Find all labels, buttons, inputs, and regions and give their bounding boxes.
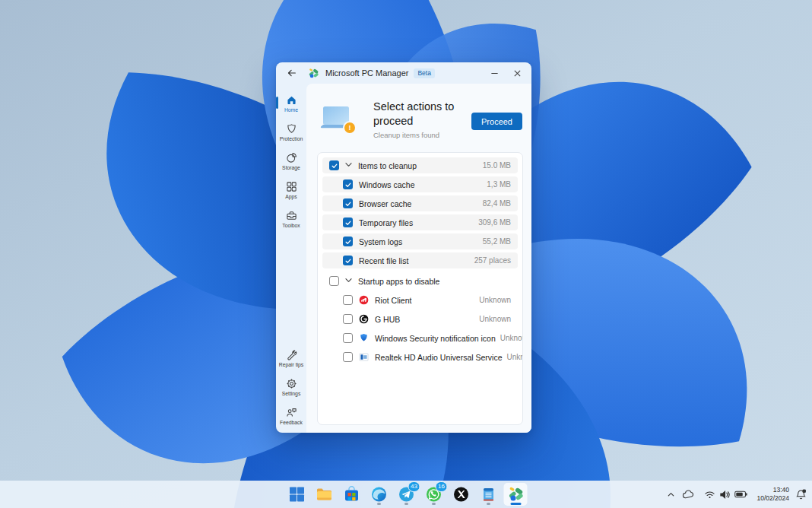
- checkbox[interactable]: [343, 217, 353, 227]
- sidebar-item-apps[interactable]: Apps: [276, 179, 306, 201]
- row-label: Windows cache: [359, 180, 415, 189]
- sidebar-item-toolbox[interactable]: Toolbox: [276, 208, 306, 230]
- row-label: Recent file list: [359, 256, 408, 265]
- onedrive-cloud-icon[interactable]: [682, 490, 695, 500]
- microsoft-store-icon: [343, 486, 360, 503]
- battery-icon: [734, 491, 747, 498]
- item-row-recent-file-list[interactable]: Recent file list 257 places: [322, 252, 518, 268]
- sidebar-item-label: Apps: [285, 194, 297, 199]
- edge-icon: [370, 486, 387, 503]
- taskbar-start-button[interactable]: [285, 483, 309, 506]
- taskbar-notepad-button[interactable]: [477, 483, 500, 506]
- start-icon: [288, 486, 305, 503]
- chevron-down-icon[interactable]: [345, 162, 352, 169]
- row-value: Unknown: [474, 296, 511, 304]
- taskbar-x-app-button[interactable]: [449, 483, 473, 506]
- sidebar-item-feedback[interactable]: Feedback: [276, 405, 306, 427]
- checkbox[interactable]: [343, 333, 353, 343]
- checkbox[interactable]: [343, 237, 353, 246]
- sidebar-item-label: Storage: [282, 165, 300, 170]
- group-row-items-to-cleanup[interactable]: Items to cleanup 15.0 MB: [322, 157, 518, 173]
- row-label: System logs: [359, 237, 402, 246]
- row-value: 257 places: [470, 256, 511, 265]
- sidebar-item-label: Feedback: [280, 420, 303, 425]
- taskbar-pc-manager-button[interactable]: [504, 483, 528, 506]
- tray-chevron-up-icon[interactable]: [666, 490, 676, 500]
- volume-icon: [719, 490, 731, 500]
- laptop-status-icon: !: [319, 105, 354, 134]
- window-title: Microsoft PC Manager: [325, 68, 408, 78]
- item-row-windows-security-notification-icon[interactable]: Windows Security notification icon Unkno…: [322, 330, 518, 346]
- running-indicator: [377, 503, 381, 505]
- chevron-down-icon[interactable]: [345, 278, 352, 284]
- group-row-startup-apps-to-disable[interactable]: Startup apps to disable: [322, 273, 518, 289]
- row-value: 309,6 MB: [474, 218, 511, 227]
- item-row-temporary-files[interactable]: Temporary files 309,6 MB: [322, 214, 518, 230]
- checkbox[interactable]: [343, 198, 353, 208]
- sidebar-item-protection[interactable]: Protection: [276, 122, 306, 143]
- sidebar-item-home[interactable]: Home: [276, 93, 306, 114]
- sidebar-item-label: Settings: [282, 391, 301, 396]
- notification-bell-icon[interactable]: 2: [795, 489, 807, 500]
- sidebar-item-settings[interactable]: Settings: [276, 376, 306, 398]
- checkbox[interactable]: [343, 352, 353, 362]
- checkbox[interactable]: [343, 295, 353, 305]
- checkbox[interactable]: [343, 179, 353, 189]
- close-button[interactable]: [509, 65, 525, 81]
- pc-manager-icon: [507, 486, 524, 503]
- ghub-app-icon: [359, 314, 369, 324]
- svg-text:2: 2: [804, 489, 805, 492]
- item-row-realtek-hd-audio-universal-service[interactable]: Realtek HD Audio Universal Service Unkno…: [322, 349, 518, 365]
- item-row-system-logs[interactable]: System logs 55,2 MB: [322, 233, 518, 249]
- item-row-riot-client[interactable]: Riot Client Unknown: [322, 292, 518, 308]
- item-row-g-hub[interactable]: G HUB Unknown: [322, 311, 518, 327]
- file-explorer-icon: [316, 486, 332, 503]
- minimize-button[interactable]: [486, 65, 503, 81]
- checkbox[interactable]: [343, 314, 353, 324]
- storage-icon: [286, 152, 297, 164]
- x-app-icon: [452, 486, 469, 503]
- clock[interactable]: 13:40 10/02/2024: [756, 486, 789, 503]
- taskbar: 43 16: [0, 481, 812, 508]
- row-value: Unknown: [474, 315, 511, 323]
- back-button[interactable]: [284, 65, 300, 81]
- tray-status-group[interactable]: [701, 487, 750, 502]
- row-label: G HUB: [375, 315, 400, 324]
- checkbox[interactable]: [329, 160, 339, 170]
- taskbar-file-explorer-button[interactable]: [312, 483, 336, 506]
- page-subtitle: Cleanup items found: [373, 131, 439, 139]
- gear-icon: [286, 378, 297, 389]
- row-value: 55,2 MB: [478, 237, 511, 246]
- page-title: Select actions to proceed: [373, 100, 474, 129]
- realtek-app-icon: [359, 352, 369, 362]
- winsec-app-icon: [359, 333, 369, 343]
- wifi-icon: [704, 491, 715, 499]
- titlebar: Microsoft PC Manager Beta: [276, 62, 531, 84]
- row-value: 15.0 MB: [478, 161, 511, 170]
- taskbar-telegram-button[interactable]: 43: [395, 483, 418, 506]
- checkbox[interactable]: [343, 256, 353, 265]
- item-row-windows-cache[interactable]: Windows cache 1,3 MB: [322, 176, 518, 192]
- apps-icon: [286, 181, 297, 192]
- sidebar-item-repair-tips[interactable]: Repair tips: [276, 348, 306, 369]
- notification-count-badge: 43: [408, 481, 420, 492]
- toolbox-icon: [286, 210, 297, 221]
- item-row-browser-cache[interactable]: Browser cache 82,4 MB: [322, 195, 518, 211]
- running-indicator: [510, 503, 521, 505]
- taskbar-edge-button[interactable]: [367, 483, 391, 506]
- main-panel: ! Select actions to proceed Cleanup item…: [306, 84, 531, 433]
- tray-date: 10/02/2024: [756, 494, 789, 503]
- row-label: Riot Client: [375, 296, 411, 305]
- sidebar: Home Protection Storage Apps Toolbox Rep…: [276, 84, 306, 433]
- sidebar-item-storage[interactable]: Storage: [276, 151, 306, 172]
- sidebar-item-label: Repair tips: [279, 362, 304, 367]
- proceed-button[interactable]: Proceed: [471, 113, 522, 130]
- row-value: 1,3 MB: [482, 180, 511, 189]
- notepad-icon: [480, 486, 496, 503]
- running-indicator: [487, 503, 490, 505]
- running-indicator: [432, 503, 436, 505]
- taskbar-whatsapp-button[interactable]: 16: [422, 483, 446, 506]
- taskbar-microsoft-store-button[interactable]: [340, 483, 363, 506]
- checkbox[interactable]: [329, 276, 339, 286]
- pc-manager-window: Microsoft PC Manager Beta Home Protectio…: [276, 62, 531, 433]
